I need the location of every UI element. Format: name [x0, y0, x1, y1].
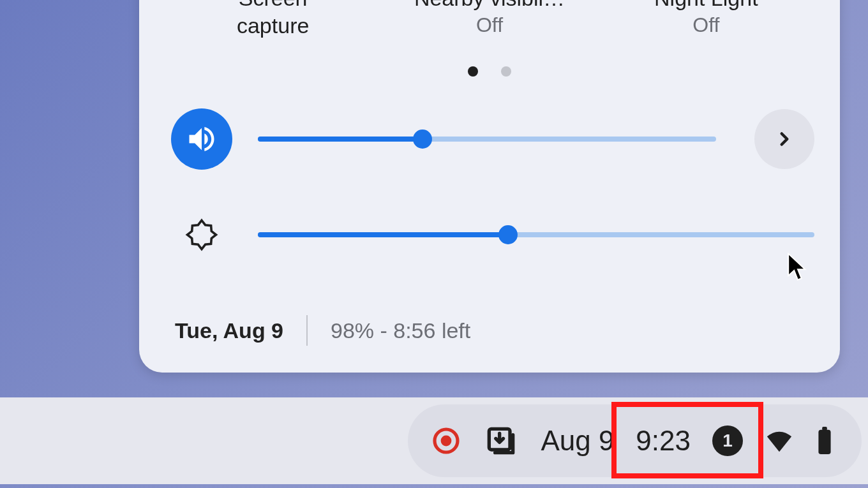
volume-icon[interactable]: [171, 108, 232, 170]
quick-settings-panel: Screen capture Nearby visibil… Off Night…: [139, 0, 840, 373]
svg-rect-4: [818, 430, 830, 454]
quick-toggles-row: Screen capture Nearby visibil… Off Night…: [139, 0, 840, 40]
notification-badge[interactable]: 1: [712, 425, 743, 456]
shelf: Aug 9 9:23 1: [0, 397, 868, 484]
toggle-label: Nearby visibil…: [394, 0, 585, 12]
stop-capture-icon[interactable]: [431, 425, 461, 456]
volume-thumb[interactable]: [413, 129, 432, 149]
toggle-sub: Off: [394, 13, 585, 37]
battery-icon: [816, 426, 834, 455]
page-dot-1[interactable]: [468, 66, 478, 77]
toggle-screen-capture[interactable]: Screen capture: [177, 0, 369, 40]
chevron-right-icon: [774, 128, 795, 150]
pagination-dots[interactable]: [139, 66, 840, 77]
toggle-label: Screen capture: [177, 0, 369, 39]
page-dot-2[interactable]: [501, 66, 511, 77]
status-area[interactable]: Aug 9 9:23 1: [408, 404, 862, 477]
volume-fill: [258, 137, 423, 142]
tote-download-icon[interactable]: [483, 423, 519, 459]
svg-rect-5: [822, 427, 827, 431]
panel-battery-text[interactable]: 98% - 8:56 left: [331, 318, 470, 343]
svg-point-2: [441, 436, 452, 447]
brightness-row: [171, 204, 814, 265]
toggle-label: Night Light: [610, 0, 802, 12]
volume-row: [171, 108, 814, 170]
brightness-slider[interactable]: [258, 232, 814, 237]
panel-footer: Tue, Aug 9 98% - 8:56 left: [175, 315, 470, 346]
panel-date[interactable]: Tue, Aug 9: [175, 318, 283, 343]
toggle-night-light[interactable]: Night Light Off: [610, 0, 802, 40]
shelf-time: 9:23: [636, 425, 691, 457]
toggle-nearby-visibility[interactable]: Nearby visibil… Off: [394, 0, 585, 40]
toggle-sub: Off: [610, 13, 802, 37]
footer-separator: [306, 315, 308, 346]
shelf-date: Aug 9: [541, 425, 614, 457]
brightness-icon: [171, 204, 232, 265]
brightness-thumb[interactable]: [498, 225, 518, 244]
svg-marker-0: [188, 221, 216, 249]
wifi-icon: [765, 426, 794, 455]
audio-settings-button[interactable]: [754, 109, 814, 169]
volume-slider[interactable]: [258, 137, 716, 142]
brightness-fill: [258, 232, 508, 237]
